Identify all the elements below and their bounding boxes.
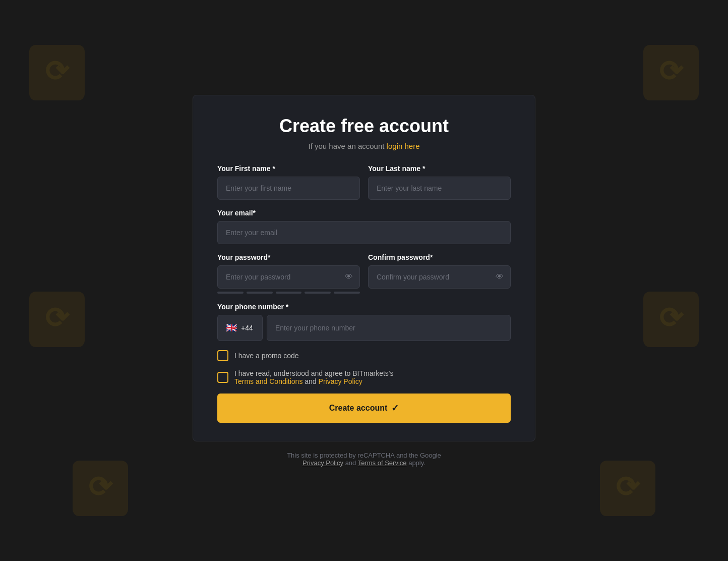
password-strength [217, 292, 360, 294]
terms-checkbox-row[interactable]: I have read, understood and agree to BIT… [217, 369, 511, 385]
svg-text:⟳: ⟳ [88, 471, 113, 503]
strength-bar-1 [217, 292, 244, 294]
bg-logo-4: ⟳ [643, 292, 699, 347]
bg-logo-5: ⟳ [73, 461, 128, 516]
svg-text:⟳: ⟳ [659, 54, 684, 87]
confirm-password-eye-icon[interactable]: 👁 [496, 273, 504, 281]
phone-input[interactable] [267, 315, 511, 341]
footer-tos-link[interactable]: Terms of Service [358, 459, 407, 467]
strength-bar-4 [305, 292, 331, 294]
first-name-group: Your First name * [217, 164, 360, 200]
first-name-input[interactable] [217, 177, 360, 200]
bg-logo-2: ⟳ [29, 292, 85, 347]
svg-text:⟳: ⟳ [45, 54, 70, 87]
svg-rect-6 [643, 292, 699, 347]
phone-input-wrapper: 🇬🇧 +44 [217, 315, 511, 341]
strength-bar-5 [334, 292, 360, 294]
phone-group: Your phone number * 🇬🇧 +44 [217, 303, 511, 341]
password-eye-icon[interactable]: 👁 [345, 273, 353, 281]
email-label: Your email* [217, 209, 511, 217]
footer-privacy-link[interactable]: Privacy Policy [302, 459, 343, 467]
create-account-button[interactable]: Create account ✓ [217, 394, 511, 423]
country-code: +44 [241, 324, 253, 332]
email-group: Your email* [217, 209, 511, 244]
terms-link[interactable]: Terms and Conditions [234, 377, 302, 385]
confirm-password-wrapper: 👁 [368, 265, 511, 289]
country-selector[interactable]: 🇬🇧 +44 [217, 315, 263, 341]
phone-label: Your phone number * [217, 303, 511, 311]
password-label: Your password* [217, 253, 360, 261]
confirm-password-input[interactable] [368, 265, 511, 289]
footer: This site is protected by reCAPTCHA and … [287, 452, 441, 467]
terms-label: I have read, understood and agree to BIT… [234, 369, 394, 385]
bg-logo-3: ⟳ [643, 45, 699, 100]
name-row: Your First name * Your Last name * [217, 164, 511, 200]
promo-checkbox-row[interactable]: I have a promo code [217, 350, 511, 361]
terms-checkbox[interactable] [217, 372, 228, 383]
first-name-label: Your First name * [217, 164, 360, 173]
password-row: Your password* 👁 Confirm password* 👁 [217, 253, 511, 294]
confirm-password-label: Confirm password* [368, 253, 511, 261]
svg-rect-2 [29, 292, 85, 347]
svg-text:⟳: ⟳ [616, 471, 641, 503]
password-group: Your password* 👁 [217, 253, 360, 294]
svg-rect-0 [29, 45, 85, 100]
svg-text:⟳: ⟳ [45, 302, 70, 334]
promo-checkbox[interactable] [217, 350, 228, 361]
subtitle: If you have an account login here [217, 142, 511, 150]
svg-rect-8 [73, 461, 128, 516]
last-name-group: Your Last name * [368, 164, 511, 200]
password-input[interactable] [217, 265, 360, 289]
promo-label: I have a promo code [234, 352, 299, 360]
checkmark-icon: ✓ [391, 403, 399, 414]
create-account-label: Create account [329, 404, 388, 413]
page-title: Create free account [217, 116, 511, 137]
country-flag: 🇬🇧 [226, 322, 237, 333]
registration-card: Create free account If you have an accou… [193, 95, 535, 441]
strength-bar-3 [276, 292, 302, 294]
svg-rect-4 [643, 45, 699, 100]
password-wrapper: 👁 [217, 265, 360, 289]
strength-bar-2 [247, 292, 273, 294]
login-link[interactable]: login here [387, 142, 420, 150]
privacy-link[interactable]: Privacy Policy [319, 377, 362, 385]
confirm-password-group: Confirm password* 👁 [368, 253, 511, 294]
phone-row: Your phone number * 🇬🇧 +44 [217, 303, 511, 341]
last-name-label: Your Last name * [368, 164, 511, 173]
bg-logo-6: ⟳ [600, 461, 655, 516]
email-input[interactable] [217, 221, 511, 244]
email-row: Your email* [217, 209, 511, 244]
bg-logo-1: ⟳ [29, 45, 85, 100]
svg-text:⟳: ⟳ [659, 302, 684, 334]
svg-rect-10 [600, 461, 655, 516]
last-name-input[interactable] [368, 177, 511, 200]
